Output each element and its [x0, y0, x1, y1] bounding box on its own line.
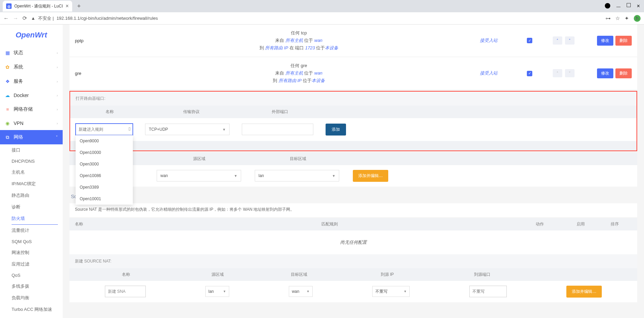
sidebar-sub-网速控制[interactable]: 网速控制 [0, 247, 63, 258]
browser-tab[interactable]: ◎ OpenWrt - 通信规则 - LuCI × [3, 1, 72, 12]
snat-dst-select[interactable]: wan▼ [289, 286, 313, 297]
sidebar-item-服务[interactable]: ❖服务› [0, 74, 63, 89]
snat-description: Source NAT 是一种特殊形式的封包伪装，它允许精细的控制传出流量的源 I… [69, 203, 637, 217]
nav-label: 状态 [14, 50, 23, 56]
sidebar-item-Docker[interactable]: ☁Docker› [0, 89, 63, 102]
autocomplete-item[interactable]: Open10001 [76, 193, 133, 205]
url-text: 192.168.1.1/cgi-bin/luci/admin/network/f… [57, 16, 158, 21]
proto-select[interactable]: TCP+UDP ▼ [145, 124, 230, 135]
url-field[interactable]: ▲ 不安全 | 192.168.1.1/cgi-bin/luci/admin/n… [31, 15, 601, 21]
favicon-icon: ◎ [6, 3, 12, 9]
sidebar-sub-主机名[interactable]: 主机名 [0, 166, 63, 178]
rule-match: 任何 tcp来自 所有主机 位于 wan到 所有路由 IP 在 端口 1723 … [136, 29, 461, 52]
sort-up-button[interactable]: ˄ [553, 36, 562, 45]
new-tab-button[interactable]: + [74, 1, 84, 11]
sidebar-sub-多线多拨[interactable]: 多线多拨 [0, 281, 63, 292]
key-icon[interactable]: ⊶ [606, 15, 611, 21]
tab-title: OpenWrt - 通信规则 - LuCI [14, 3, 63, 9]
sidebar-sub-IP/MAC绑定[interactable]: IP/MAC绑定 [0, 178, 63, 190]
fwd-dst-select[interactable]: lan ▼ [255, 170, 339, 181]
col-port: 外部端口 [239, 109, 321, 115]
sort-down-button[interactable]: ˅ [565, 69, 575, 77]
snat-name-input[interactable] [105, 286, 146, 297]
tab-close-icon[interactable]: × [65, 3, 68, 9]
window-close-icon[interactable]: × [637, 3, 640, 9]
sidebar-sub-Turbo ACC 网络加速[interactable]: Turbo ACC 网络加速 [0, 304, 63, 315]
sidebar-sub-应用过滤[interactable]: 应用过滤 [0, 258, 63, 270]
open-port-title: 打开路由器端口: [70, 92, 637, 106]
name-input[interactable] [76, 124, 133, 135]
add-button[interactable]: 添加 [326, 124, 346, 136]
sidebar-sub-诊断[interactable]: 诊断 [0, 201, 63, 213]
col-name: 名称 [76, 109, 144, 115]
sidebar-sub-DHCP/DNS[interactable]: DHCP/DNS [0, 156, 63, 166]
star-icon[interactable]: ☆ [615, 15, 620, 21]
sidebar-item-状态[interactable]: ▦状态› [0, 46, 63, 60]
window-minimize-icon[interactable] [616, 3, 621, 7]
content-area: pptp 任何 tcp来自 所有主机 位于 wan到 所有路由 IP 在 端口 … [63, 25, 644, 318]
autocomplete-item[interactable]: Open3000 [76, 158, 133, 170]
sidebar-item-网络[interactable]: ⧉网络˅ [0, 130, 63, 144]
logo-text: OpenWrt [16, 31, 47, 39]
sort-up-button[interactable]: ˄ [553, 69, 562, 77]
snat-add-edit-button[interactable]: 添加并编辑… [566, 286, 602, 298]
snat-src-select[interactable]: lan▼ [205, 286, 229, 297]
nav-icon: ☁ [5, 93, 10, 98]
fwd-col-src: 源区域 [150, 156, 249, 162]
rule-name: gre [75, 71, 136, 76]
chevron-icon: › [57, 79, 58, 83]
fwd-dst-value: lan [258, 173, 264, 178]
chevron-icon: › [57, 107, 58, 111]
chevron-icon: › [57, 51, 58, 55]
fwd-src-value: wan [160, 173, 168, 178]
snat-col-match: 匹配规则 [143, 221, 516, 227]
browser-address-bar: ← → ⟳ ▲ 不安全 | 192.168.1.1/cgi-bin/luci/a… [0, 12, 644, 25]
snat-empty-message: 尚无任何配置 [69, 230, 637, 254]
nav-label: 网络 [14, 134, 23, 140]
autocomplete-item[interactable]: Open9000 [76, 135, 133, 147]
name-input-wrapper: ▯ [76, 124, 133, 135]
input-handle-icon[interactable]: ▯ [128, 126, 131, 131]
nav-label: 系统 [14, 64, 23, 70]
snat-port-input[interactable] [469, 286, 507, 297]
sidebar-sub-带宽监控[interactable]: 带宽监控 [0, 315, 63, 318]
fwd-add-edit-button[interactable]: 添加并编辑… [353, 170, 388, 182]
snat-ip-select[interactable]: 不重写▼ [372, 286, 410, 297]
url-prefix: 不安全 | [38, 15, 54, 21]
chevron-icon: › [57, 93, 58, 97]
puzzle-icon[interactable]: ✦ [625, 15, 629, 21]
back-icon[interactable]: ← [3, 15, 9, 21]
sidebar-sub-防火墙[interactable]: 防火墙 [12, 213, 58, 225]
sidebar-sub-SQM QoS[interactable]: SQM QoS [0, 236, 63, 247]
delete-button[interactable]: 删除 [615, 68, 632, 78]
open-port-panel: 打开路由器端口: 名称 传输协议 外部端口 ▯ TCP+UDP ▼ 添加 Ope… [69, 91, 637, 151]
snat-col-sort: 排序 [598, 221, 632, 227]
rule-action: 接受入站 [461, 37, 516, 44]
window-record-icon [605, 3, 610, 9]
window-maximize-icon[interactable] [627, 3, 631, 7]
sidebar-sub-负载均衡[interactable]: 负载均衡 [0, 292, 63, 304]
sidebar-item-网络存储[interactable]: ≡网络存储› [0, 102, 63, 116]
autocomplete-item[interactable]: Open3389 [76, 181, 133, 193]
sidebar: OpenWrt ▦状态›✿系统›❖服务›☁Docker›≡网络存储›◉VPN›⧉… [0, 25, 63, 318]
logo[interactable]: OpenWrt [0, 25, 63, 46]
autocomplete-item[interactable]: Open10000 [76, 147, 133, 158]
profile-avatar[interactable]: h [634, 15, 641, 22]
sidebar-sub-静态路由[interactable]: 静态路由 [0, 190, 63, 201]
sidebar-item-VPN[interactable]: ◉VPN› [0, 116, 63, 130]
sort-down-button[interactable]: ˅ [565, 36, 575, 45]
delete-button[interactable]: 删除 [615, 36, 632, 46]
edit-button[interactable]: 修改 [597, 36, 613, 46]
autocomplete-item[interactable]: Open10086 [76, 170, 133, 181]
sidebar-sub-接口[interactable]: 接口 [0, 144, 63, 156]
sidebar-item-系统[interactable]: ✿系统› [0, 60, 63, 74]
fwd-src-select[interactable]: wan ▼ [157, 170, 241, 181]
enable-checkbox[interactable]: ✓ [527, 38, 532, 43]
reload-icon[interactable]: ⟳ [22, 15, 27, 21]
chevron-icon: › [57, 121, 58, 125]
enable-checkbox[interactable]: ✓ [527, 71, 532, 76]
edit-button[interactable]: 修改 [597, 68, 613, 78]
sidebar-sub-QoS[interactable]: QoS [0, 270, 63, 281]
sidebar-sub-流量统计[interactable]: 流量统计 [0, 225, 63, 236]
port-input[interactable] [242, 124, 313, 135]
